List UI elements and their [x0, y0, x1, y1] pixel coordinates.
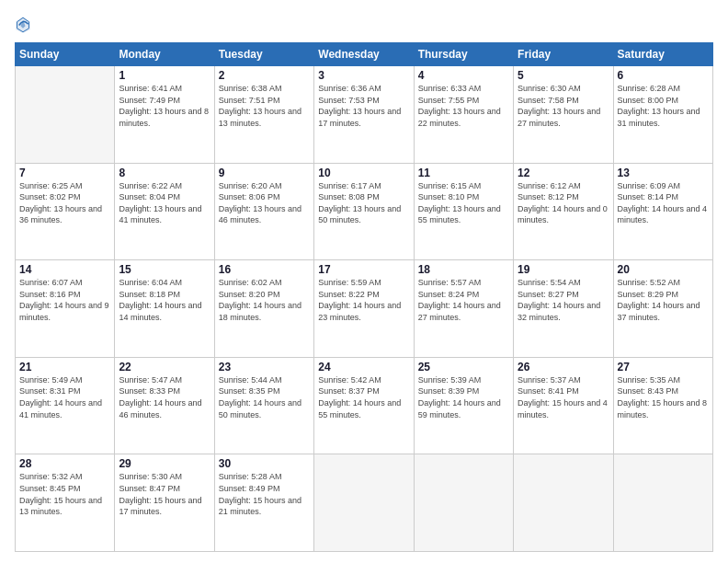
day-info: Sunrise: 5:32 AMSunset: 8:45 PMDaylight:… [19, 471, 110, 517]
calendar-cell: 14Sunrise: 6:07 AMSunset: 8:16 PMDayligh… [16, 260, 115, 358]
calendar-cell: 11Sunrise: 6:15 AMSunset: 8:10 PMDayligh… [414, 163, 513, 260]
weekday-header: Monday [115, 43, 214, 66]
day-info: Sunrise: 5:52 AMSunset: 8:29 PMDaylight:… [618, 277, 709, 323]
calendar-cell [613, 454, 712, 552]
calendar-cell: 19Sunrise: 5:54 AMSunset: 8:27 PMDayligh… [514, 260, 613, 358]
calendar-cell: 13Sunrise: 6:09 AMSunset: 8:14 PMDayligh… [613, 163, 712, 260]
calendar-cell: 23Sunrise: 5:44 AMSunset: 8:35 PMDayligh… [214, 357, 313, 454]
day-info: Sunrise: 6:22 AMSunset: 8:04 PMDaylight:… [119, 180, 210, 226]
day-number: 22 [119, 361, 210, 373]
calendar-week-row: 7Sunrise: 6:25 AMSunset: 8:02 PMDaylight… [16, 163, 713, 260]
day-number: 11 [418, 167, 509, 179]
calendar-cell: 9Sunrise: 6:20 AMSunset: 8:06 PMDaylight… [214, 163, 313, 260]
day-info: Sunrise: 5:28 AMSunset: 8:49 PMDaylight:… [219, 471, 310, 517]
day-info: Sunrise: 5:42 AMSunset: 8:37 PMDaylight:… [318, 374, 409, 420]
weekday-header: Tuesday [214, 43, 313, 66]
day-number: 5 [518, 69, 609, 82]
calendar-cell: 7Sunrise: 6:25 AMSunset: 8:02 PMDaylight… [16, 163, 115, 260]
calendar-cell: 20Sunrise: 5:52 AMSunset: 8:29 PMDayligh… [613, 260, 712, 358]
calendar-cell: 4Sunrise: 6:33 AMSunset: 7:55 PMDaylight… [414, 66, 513, 164]
calendar-cell: 5Sunrise: 6:30 AMSunset: 7:58 PMDaylight… [514, 66, 613, 164]
calendar-cell: 3Sunrise: 6:36 AMSunset: 7:53 PMDaylight… [314, 66, 414, 164]
calendar-cell: 8Sunrise: 6:22 AMSunset: 8:04 PMDaylight… [115, 163, 214, 260]
day-number: 30 [219, 457, 310, 470]
calendar-cell: 2Sunrise: 6:38 AMSunset: 7:51 PMDaylight… [214, 66, 313, 164]
day-number: 4 [418, 69, 509, 82]
header [15, 11, 713, 35]
calendar-cell [314, 454, 414, 552]
day-number: 16 [219, 263, 310, 276]
logo [15, 15, 35, 35]
day-number: 10 [318, 167, 409, 179]
calendar-cell: 6Sunrise: 6:28 AMSunset: 8:00 PMDaylight… [613, 66, 712, 164]
day-info: Sunrise: 6:07 AMSunset: 8:16 PMDaylight:… [19, 277, 110, 323]
day-number: 17 [318, 263, 409, 276]
weekday-header: Friday [514, 43, 613, 66]
calendar-header-row: SundayMondayTuesdayWednesdayThursdayFrid… [16, 43, 713, 66]
day-number: 21 [19, 361, 110, 373]
day-info: Sunrise: 6:02 AMSunset: 8:20 PMDaylight:… [219, 277, 310, 323]
day-number: 12 [518, 167, 609, 179]
day-info: Sunrise: 5:35 AMSunset: 8:43 PMDaylight:… [618, 374, 709, 420]
day-info: Sunrise: 6:33 AMSunset: 7:55 PMDaylight:… [418, 83, 509, 129]
day-number: 13 [618, 167, 709, 179]
day-number: 24 [318, 361, 409, 373]
weekday-header: Saturday [613, 43, 712, 66]
day-info: Sunrise: 6:41 AMSunset: 7:49 PMDaylight:… [119, 83, 210, 129]
calendar-week-row: 14Sunrise: 6:07 AMSunset: 8:16 PMDayligh… [16, 260, 713, 358]
calendar-cell: 17Sunrise: 5:59 AMSunset: 8:22 PMDayligh… [314, 260, 414, 358]
day-info: Sunrise: 6:36 AMSunset: 7:53 PMDaylight:… [318, 83, 409, 129]
day-number: 18 [418, 263, 509, 276]
calendar-week-row: 28Sunrise: 5:32 AMSunset: 8:45 PMDayligh… [16, 454, 713, 552]
day-info: Sunrise: 5:39 AMSunset: 8:39 PMDaylight:… [418, 374, 509, 420]
day-info: Sunrise: 6:17 AMSunset: 8:08 PMDaylight:… [318, 180, 409, 226]
day-info: Sunrise: 5:30 AMSunset: 8:47 PMDaylight:… [119, 471, 210, 517]
day-info: Sunrise: 5:44 AMSunset: 8:35 PMDaylight:… [219, 374, 310, 420]
page: SundayMondayTuesdayWednesdayThursdayFrid… [0, 0, 728, 563]
day-number: 2 [219, 69, 310, 82]
calendar-cell: 18Sunrise: 5:57 AMSunset: 8:24 PMDayligh… [414, 260, 513, 358]
day-info: Sunrise: 5:59 AMSunset: 8:22 PMDaylight:… [318, 277, 409, 323]
day-number: 1 [119, 69, 210, 82]
day-number: 3 [318, 69, 409, 82]
day-info: Sunrise: 6:15 AMSunset: 8:10 PMDaylight:… [418, 180, 509, 226]
day-info: Sunrise: 5:37 AMSunset: 8:41 PMDaylight:… [518, 374, 609, 420]
day-number: 20 [618, 263, 709, 276]
calendar-table: SundayMondayTuesdayWednesdayThursdayFrid… [15, 42, 713, 552]
calendar-body: 1Sunrise: 6:41 AMSunset: 7:49 PMDaylight… [16, 66, 713, 552]
day-number: 19 [518, 263, 609, 276]
calendar-cell [514, 454, 613, 552]
day-info: Sunrise: 6:09 AMSunset: 8:14 PMDaylight:… [618, 180, 709, 226]
calendar-cell [414, 454, 513, 552]
weekday-header: Thursday [414, 43, 513, 66]
calendar-cell: 1Sunrise: 6:41 AMSunset: 7:49 PMDaylight… [115, 66, 214, 164]
calendar-cell: 26Sunrise: 5:37 AMSunset: 8:41 PMDayligh… [514, 357, 613, 454]
day-number: 27 [618, 361, 709, 373]
calendar-cell: 12Sunrise: 6:12 AMSunset: 8:12 PMDayligh… [514, 163, 613, 260]
day-info: Sunrise: 5:57 AMSunset: 8:24 PMDaylight:… [418, 277, 509, 323]
day-number: 6 [618, 69, 709, 82]
weekday-header: Sunday [16, 43, 115, 66]
weekday-header: Wednesday [314, 43, 414, 66]
day-info: Sunrise: 6:04 AMSunset: 8:18 PMDaylight:… [119, 277, 210, 323]
day-number: 23 [219, 361, 310, 373]
calendar-cell: 25Sunrise: 5:39 AMSunset: 8:39 PMDayligh… [414, 357, 513, 454]
day-number: 28 [19, 457, 110, 470]
day-number: 8 [119, 167, 210, 179]
day-number: 29 [119, 457, 210, 470]
day-info: Sunrise: 6:30 AMSunset: 7:58 PMDaylight:… [518, 83, 609, 129]
calendar-cell: 10Sunrise: 6:17 AMSunset: 8:08 PMDayligh… [314, 163, 414, 260]
calendar-cell: 30Sunrise: 5:28 AMSunset: 8:49 PMDayligh… [214, 454, 313, 552]
logo-icon [15, 15, 31, 35]
calendar-cell: 21Sunrise: 5:49 AMSunset: 8:31 PMDayligh… [16, 357, 115, 454]
calendar-week-row: 21Sunrise: 5:49 AMSunset: 8:31 PMDayligh… [16, 357, 713, 454]
day-info: Sunrise: 5:49 AMSunset: 8:31 PMDaylight:… [19, 374, 110, 420]
calendar-cell [16, 66, 115, 164]
day-info: Sunrise: 5:47 AMSunset: 8:33 PMDaylight:… [119, 374, 210, 420]
day-number: 15 [119, 263, 210, 276]
calendar-cell: 24Sunrise: 5:42 AMSunset: 8:37 PMDayligh… [314, 357, 414, 454]
calendar-cell: 27Sunrise: 5:35 AMSunset: 8:43 PMDayligh… [613, 357, 712, 454]
day-number: 9 [219, 167, 310, 179]
calendar-cell: 16Sunrise: 6:02 AMSunset: 8:20 PMDayligh… [214, 260, 313, 358]
day-number: 14 [19, 263, 110, 276]
